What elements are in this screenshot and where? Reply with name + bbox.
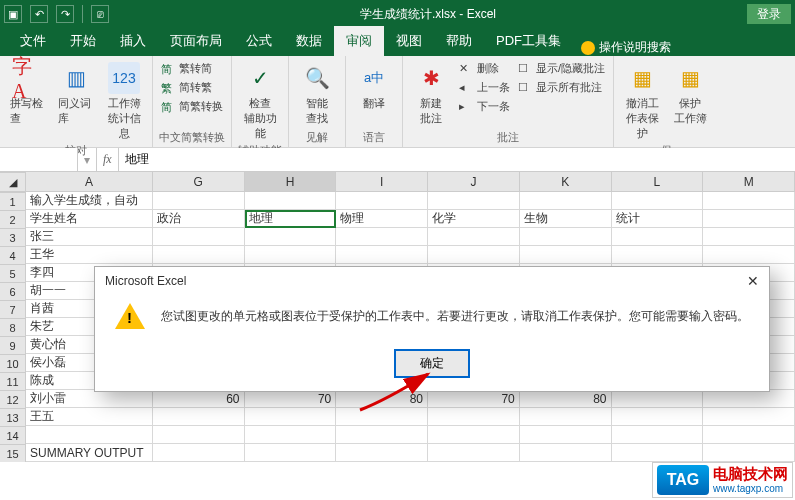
modal-overlay: Microsoft Excel ✕ 您试图更改的单元格或图表位于受保护的工作表中… <box>0 0 795 500</box>
warning-icon <box>115 303 147 335</box>
dialog-message: 您试图更改的单元格或图表位于受保护的工作表中。若要进行更改，请取消工作表保护。您… <box>161 303 749 325</box>
watermark-url: www.tagxp.com <box>713 483 788 495</box>
alert-dialog: Microsoft Excel ✕ 您试图更改的单元格或图表位于受保护的工作表中… <box>94 266 770 392</box>
watermark: TAG 电脑技术网 www.tagxp.com <box>652 462 793 498</box>
ok-button[interactable]: 确定 <box>394 349 470 378</box>
dialog-title: Microsoft Excel <box>105 274 186 288</box>
watermark-title: 电脑技术网 <box>713 465 788 483</box>
close-icon[interactable]: ✕ <box>747 273 759 289</box>
watermark-logo: TAG <box>657 465 709 495</box>
